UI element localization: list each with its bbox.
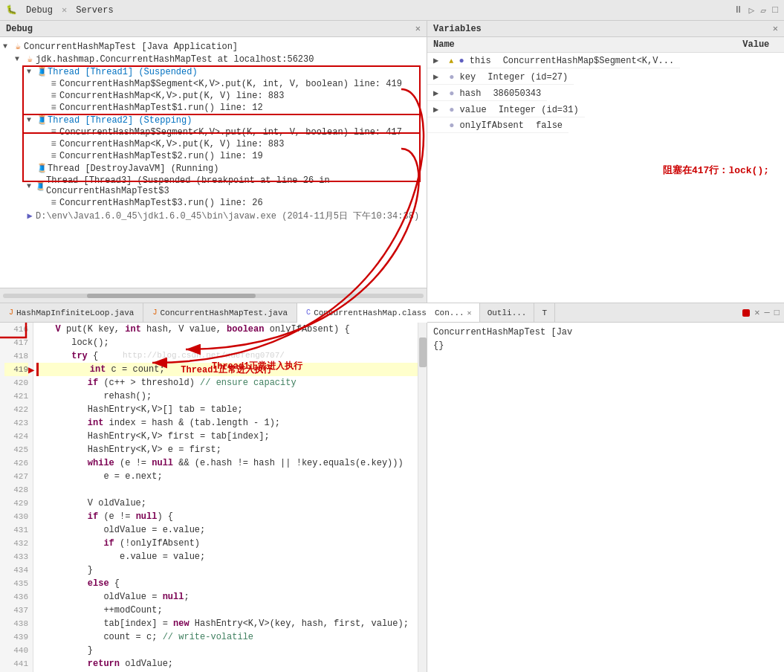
- linenum-437: 437: [4, 604, 28, 617]
- hash-expand: ▶: [433, 88, 444, 99]
- debug-tree-title: Debug: [6, 24, 33, 34]
- current-exec-indicator: ▶: [28, 364, 34, 376]
- tree-item-t1-frame2[interactable]: ≡ ConcurrentHashMap<K,V>.put(K, V) line:…: [0, 90, 427, 102]
- servers-label: Servers: [76, 5, 113, 16]
- tree-item-app[interactable]: ▼ ☕ ConcurrentHashMapTest [Java Applicat…: [0, 40, 427, 53]
- tab-concurrent-test[interactable]: J ConcurrentHashMapTest.java: [143, 303, 297, 322]
- code-scrollbar[interactable]: [418, 323, 427, 672]
- debug-tree-close[interactable]: ✕: [415, 23, 421, 34]
- tab-outline[interactable]: Outli...: [480, 303, 535, 322]
- code-lines: http://blog.csdn.net/xuefeng0707/ Thread…: [33, 323, 418, 672]
- expand-icon-t1: ▼: [27, 68, 36, 76]
- tab-t[interactable]: T: [534, 303, 555, 322]
- tab-concurrent-class[interactable]: C ConcurrentHashMap.class ✕: [297, 303, 447, 323]
- t3-frame1-text: ConcurrentHashMapTest$3.run() line: 26: [59, 198, 263, 208]
- linenum-422: 422: [4, 403, 28, 416]
- tree-item-javaexe[interactable]: ▶ D:\env\Java1.6.0_45\jdk1.6.0_45\bin\ja…: [0, 209, 427, 223]
- thread1-icon: 🧵: [36, 66, 48, 77]
- tree-item-t2-frame1[interactable]: ≡ ConcurrentHashMap$Segment<K,V>.put(K, …: [0, 126, 427, 138]
- outline-tab-label: Outli...: [487, 308, 527, 317]
- min-icon[interactable]: ▱: [760, 4, 766, 16]
- key-circle-icon: ●: [449, 72, 454, 83]
- var-oia-name: onlyIfAbsent: [460, 120, 524, 131]
- var-row-onlyifabsent[interactable]: ● onlyIfAbsent false: [427, 118, 736, 134]
- max-icon[interactable]: □: [772, 4, 778, 16]
- this-circle-icon: ●: [459, 56, 464, 66]
- linenum-440: 440: [4, 644, 28, 657]
- java-app-icon: ☕: [12, 41, 24, 52]
- t2-stack-icon: ≡: [48, 127, 59, 138]
- code-line-434: }: [36, 563, 418, 577]
- console-item-1: ConcurrentHashMapTest [Jav: [433, 326, 778, 339]
- tab-hashmap-infinite[interactable]: J HashMapInfiniteLoop.java: [0, 303, 143, 322]
- tree-app-text: ConcurrentHashMapTest [Java Application]: [24, 42, 238, 52]
- console-tab-label: Con...: [435, 308, 464, 317]
- linenum-432: 432: [4, 537, 28, 550]
- tree-item-thread3[interactable]: ▼ 🧵 Thread [Thread3] (Suspended (breakpo…: [0, 175, 427, 197]
- code-line-425: HashEntry<K,V> e = first;: [36, 443, 418, 456]
- right-panel: Variables ✕ Name Value ▶ ▲ ●: [427, 21, 784, 672]
- var-row-value[interactable]: ▶ ● value Integer (id=31): [427, 102, 736, 118]
- linenum-427: 427: [4, 470, 28, 483]
- step-icon[interactable]: ▷: [749, 4, 755, 16]
- debug-tree[interactable]: Debug ✕ ▼ ☕ ConcurrentHashMapTest [Java …: [0, 21, 427, 303]
- variables-close-icon[interactable]: ✕: [773, 23, 778, 34]
- value-expand: ▶: [433, 104, 444, 115]
- t3-exp: ▼: [27, 182, 35, 190]
- var-value-header: Value: [736, 37, 784, 53]
- tree-item-t1-frame1[interactable]: ≡ ConcurrentHashMap$Segment<K,V>.put(K, …: [0, 78, 427, 90]
- t2-stack-icon-3: ≡: [48, 151, 59, 161]
- linenum-424: 424: [4, 430, 28, 443]
- tree-item-t3-frame1[interactable]: ≡ ConcurrentHashMapTest$3.run() line: 26: [0, 197, 427, 209]
- linenum-434: 434: [4, 563, 28, 577]
- tab-console[interactable]: Con... ✕: [427, 303, 480, 322]
- expand-icon: ▼: [3, 42, 12, 51]
- linenum-426: 426: [4, 456, 28, 470]
- javaexe-text: D:\env\Java1.6.0_45\jdk1.6.0_45\bin\java…: [36, 210, 419, 222]
- dash-icon[interactable]: —: [765, 308, 770, 318]
- square-icon[interactable]: □: [774, 308, 780, 318]
- tab-label-3: ConcurrentHashMap.class: [314, 308, 427, 317]
- tree-item-thread2[interactable]: ▼ 🧵 Thread [Thread2] (Stepping): [0, 114, 427, 126]
- resume-icon[interactable]: ⏸: [733, 4, 743, 16]
- code-line-432: if (!onlyIfAbsent): [36, 537, 418, 550]
- code-line-433: e.value = value;: [36, 550, 418, 563]
- console-close[interactable]: ✕: [467, 308, 472, 317]
- stop-icon[interactable]: [742, 309, 750, 317]
- tree-item-jdk[interactable]: ▼ ☕ jdk.hashmap.ConcurrentHashMapTest at…: [0, 53, 427, 65]
- linenum-436: 436: [4, 590, 28, 604]
- var-row-this[interactable]: ▶ ▲ ● this ConcurrentHashMap$Segment<K,V…: [427, 53, 736, 69]
- tree-item-t2-frame3[interactable]: ≡ ConcurrentHashMapTest$2.run() line: 19: [0, 150, 427, 162]
- destroy-text: Thread [DestroyJavaVM] (Running): [48, 164, 218, 174]
- this-expand: ▶: [433, 55, 444, 66]
- code-content[interactable]: 416 417 418 419 420 421 422 423 424 425 …: [0, 323, 427, 672]
- tree-item-destroy[interactable]: 🧵 Thread [DestroyJavaVM] (Running): [0, 162, 427, 175]
- code-line-430: if (e != null) {: [36, 510, 418, 523]
- var-row-hash[interactable]: ▶ ● hash 386050343: [427, 85, 736, 102]
- toolbar-icons: ⏸ ▷ ▱ □: [733, 4, 778, 16]
- var-row-key[interactable]: ▶ ● key Integer (id=27): [427, 69, 736, 85]
- class-file-icon: C: [306, 308, 311, 317]
- t2-frame1-text: ConcurrentHashMap$Segment<K,V>.put(K, in…: [59, 127, 402, 138]
- linenum-439: 439: [4, 630, 28, 644]
- top-toolbar: 🐛 Debug ✕ Servers ⏸ ▷ ▱ □: [0, 0, 784, 21]
- tree-item-t2-frame2[interactable]: ≡ ConcurrentHashMap<K,V>.put(K, V) line:…: [0, 138, 427, 150]
- var-value-name: value: [460, 105, 487, 115]
- terminate-icon[interactable]: ✕: [754, 307, 759, 318]
- code-line-429: V oldValue;: [36, 497, 418, 510]
- linenum-423: 423: [4, 416, 28, 430]
- variables-title: Variables: [433, 24, 482, 34]
- tree-item-t1-frame3[interactable]: ≡ ConcurrentHashMapTest$1.run() line: 12: [0, 102, 427, 114]
- code-line-421: rehash();: [36, 390, 418, 403]
- linenum-441: 441: [4, 657, 28, 671]
- code-line-439: count = c; // write-volatile: [36, 630, 418, 644]
- tree-item-thread1[interactable]: ▼ 🧵 Thread [Thread1] (Suspended): [0, 65, 427, 78]
- right-bottom-tabs: Con... ✕ Outli... T ✕ — □: [427, 303, 784, 323]
- code-scroll-thumb[interactable]: [419, 337, 427, 367]
- code-line-423: int index = hash & (tab.length - 1);: [36, 416, 418, 430]
- tree-scrollbar[interactable]: [0, 288, 427, 303]
- linenum-435: 435: [4, 577, 28, 590]
- main-layout: Debug ✕ ▼ ☕ ConcurrentHashMapTest [Java …: [0, 21, 784, 672]
- expand-icon-jdk: ▼: [15, 55, 24, 63]
- console-item-2: {}: [433, 339, 778, 352]
